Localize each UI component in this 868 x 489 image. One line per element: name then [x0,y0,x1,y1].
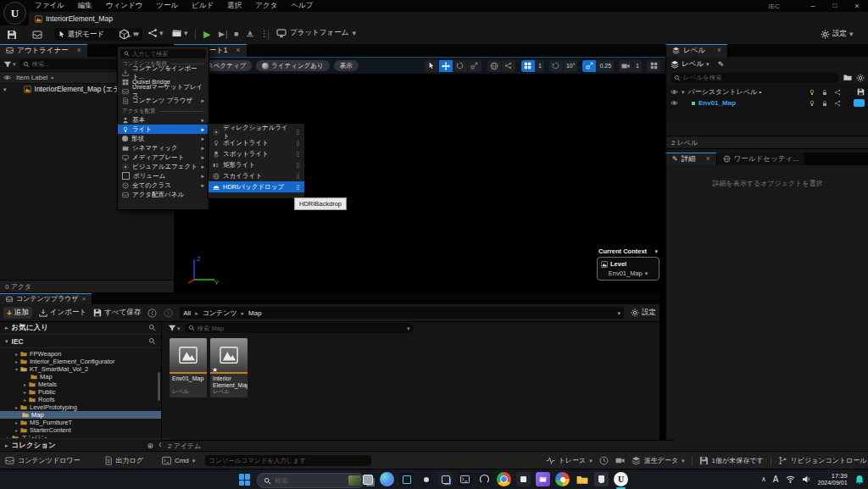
cb-settings-button[interactable]: 設定 [631,308,656,318]
drag-handle-icon[interactable] [296,162,300,169]
close-icon[interactable] [717,47,721,54]
search-icon[interactable] [148,337,156,345]
saved-search-icon[interactable] [407,325,410,331]
close-icon[interactable] [706,155,710,163]
cinematics-button[interactable] [171,28,188,38]
menu-search[interactable] [120,49,206,58]
asset-filter-button[interactable] [168,324,181,332]
chrome-icon[interactable] [497,472,511,486]
outliner-filter-button[interactable] [3,60,16,69]
minimize-button[interactable] [802,3,824,10]
world-space-button[interactable] [487,60,501,72]
menu-item-lights[interactable]: ライト [118,125,209,134]
visibility-icon[interactable] [670,99,678,107]
start-button[interactable] [239,474,251,486]
console-command-input[interactable] [209,457,368,464]
add-button[interactable]: + 追加 [3,307,32,319]
steam-icon[interactable] [419,472,433,486]
menu-item-point-light[interactable]: ポイントライト [209,137,304,148]
settings-dropdown[interactable]: 設定 [821,29,854,39]
file-explorer-icon[interactable] [575,472,589,486]
breadcrumb-content[interactable]: コンテンツ [203,308,237,318]
menu-item-hdri-backdrop[interactable]: HDRIバックドロップ [209,181,304,192]
level-row-persistent[interactable]: パーシスタントレベル • [666,86,868,97]
unreal-editor-taskbar-icon[interactable]: U [614,472,628,486]
tree-item[interactable]: Metals [0,381,161,388]
menu-tools[interactable]: ツール [150,1,184,11]
tree-item-selected[interactable]: Map [0,411,161,419]
menu-select[interactable]: 選択 [221,1,248,11]
output-log-button[interactable]: 出力ログ [92,456,155,465]
browser-app-icon[interactable] [555,472,570,486]
browse-content-icon[interactable] [32,30,42,40]
notification-bell-icon[interactable] [854,475,865,485]
show-dropdown[interactable]: 表示 [334,60,359,71]
scale-snap-button[interactable] [582,60,596,72]
breadcrumb[interactable]: All コンテンツ Map [180,307,624,319]
menu-item-rect-light[interactable]: 矩形ライト [209,159,304,170]
search-icon[interactable] [148,324,156,331]
menu-edit[interactable]: 編集 [72,1,98,11]
close-icon[interactable] [77,47,81,54]
unreal-logo-icon[interactable]: U [3,2,26,25]
view-mode-dropdown[interactable]: ライティングあり [256,60,329,71]
app-icon-dark[interactable] [516,472,531,486]
menu-item-visual-effects[interactable]: ビジュアルエフェクト [118,162,209,171]
insights-clock-icon[interactable] [599,456,609,465]
epic-launcher-icon[interactable] [594,472,609,486]
menu-item-volumes[interactable]: ボリューム [118,171,209,181]
asset-search[interactable] [185,323,414,333]
taskbar-search-input[interactable] [275,477,345,485]
lighting-icon[interactable] [809,89,815,96]
favorite-star-icon[interactable] [212,367,218,374]
edit-level-icon[interactable]: ✎ [718,60,725,69]
share-icon[interactable] [834,100,841,107]
menu-item-shapes[interactable]: 形状 [118,134,209,143]
expand-icon[interactable] [3,86,7,92]
tab-details[interactable]: ✎ 詳細 [666,153,717,165]
tree-item[interactable]: MS_FurnitureT [0,419,161,426]
gear-icon[interactable] [856,74,865,82]
eject-button[interactable] [247,30,253,36]
stop-button[interactable] [234,31,238,38]
save-icon[interactable] [7,30,17,40]
expand-icon[interactable] [682,89,685,95]
menu-search-input[interactable] [132,51,203,57]
menu-help[interactable]: ヘルプ [285,1,319,11]
level-row-env01[interactable]: Env01_Map [666,97,868,108]
copilot-icon[interactable] [380,472,394,486]
menu-item-media-plate[interactable]: メディアプレート [118,153,209,162]
save-all-button[interactable]: すべて保存 [93,308,141,318]
tree-item[interactable]: KT_SmartMat_Vol_2 [0,365,161,373]
menu-file[interactable]: ファイル [29,1,70,11]
close-icon[interactable] [236,47,241,54]
close-button[interactable] [846,3,868,10]
tab-content-browser[interactable]: コンテンツブラウザ [0,293,92,304]
current-context-header[interactable]: Current Context [597,247,659,255]
level-color-swatch[interactable] [854,99,865,107]
lock-icon[interactable] [821,89,828,96]
menu-item-basic[interactable]: 基本 [118,115,209,125]
search-highlight-image[interactable] [348,475,361,486]
share-icon[interactable] [834,89,841,96]
skip-button[interactable] [219,31,229,38]
content-drawer-button[interactable]: コンテンツドロワー [5,456,92,465]
obs-icon[interactable] [477,472,492,486]
asset-card-interior-element[interactable]: Interior Element_Map レベル [210,338,248,397]
import-button[interactable]: インポート [39,308,86,318]
clock[interactable]: 17:39 2024/09/01 [818,473,848,486]
menu-item-spot-light[interactable]: スポットライト [209,148,304,159]
add-collection-icon[interactable]: ⊕ [147,442,153,450]
wifi-icon[interactable] [786,475,795,484]
tab-world-settings[interactable]: ワールドセッティ... [717,153,805,165]
unsaved-button[interactable]: 1個が未保存です [699,456,764,465]
path-options-icon[interactable] [617,310,620,316]
tree-item[interactable]: Public [0,388,161,396]
maximize-viewport-button[interactable] [647,60,660,72]
platform-dropdown[interactable]: プラットフォーム [276,28,356,38]
tree-item[interactable]: Map [0,373,161,381]
camera-speed-button[interactable] [619,60,632,72]
tab-outliner[interactable]: アウトライナー [0,44,88,57]
menu-item-directional-light[interactable]: ディレクショナルライト [209,126,304,137]
menu-item-cinematic[interactable]: シネマティック [118,143,209,153]
